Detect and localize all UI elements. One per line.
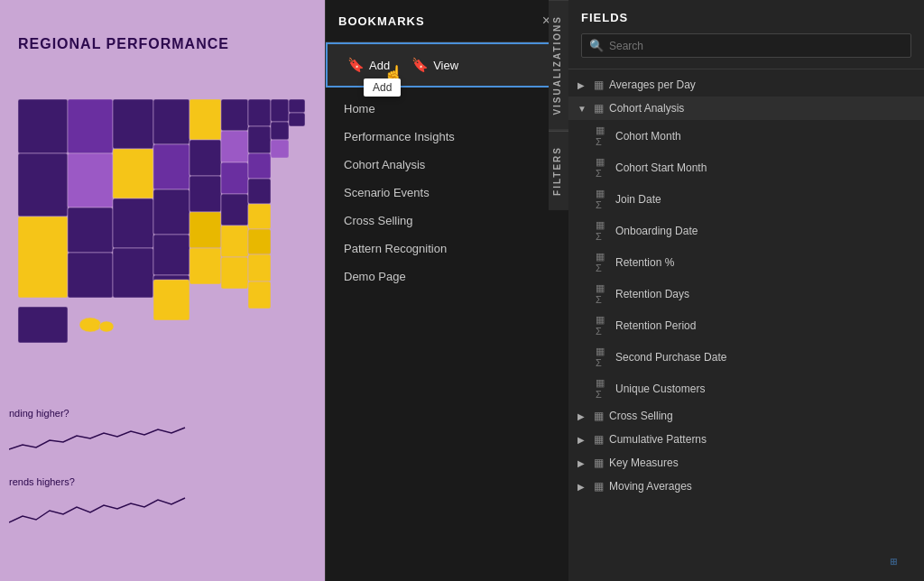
state-hi2 (99, 321, 114, 332)
field-group-cohort-header[interactable]: ▼ ▦ Cohort Analysis (568, 97, 924, 120)
state-ny (271, 99, 289, 122)
field-item-retention-days[interactable]: ▦ Σ Retention Days (568, 278, 924, 309)
field-group-cohort-name: Cohort Analysis (609, 102, 684, 115)
state-nj (289, 113, 305, 126)
field-group-key-measures-name: Key Measures (609, 456, 679, 469)
field-item-cohort-start-month[interactable]: ▦ Σ Cohort Start Month (568, 152, 924, 183)
fields-panel: FIELDS 🔍 ▶ ▦ Averages per Day ▼ ▦ Cohort… (568, 0, 924, 581)
table-icon-cohort: ▦ (594, 102, 604, 115)
table-icon-averages: ▦ (594, 78, 604, 91)
field-group-cumulative-name: Cumulative Patterns (609, 433, 707, 446)
state-ca (18, 217, 68, 298)
state-mt (113, 99, 153, 149)
filters-tab[interactable]: FILTERS (549, 131, 568, 210)
chevron-right-icon-key: ▶ (578, 458, 588, 468)
state-al (221, 257, 248, 289)
chevron-right-icon: ▶ (578, 80, 588, 90)
bookmarks-title: BOOKMARKS (338, 14, 425, 28)
field-item-second-purchase[interactable]: ▦ Σ Second Purchase Date (568, 341, 924, 373)
field-group-key-measures-header[interactable]: ▶ ▦ Key Measures (568, 451, 924, 475)
bookmark-item-demo-page[interactable]: Demo Page (326, 263, 568, 290)
table-icon-cumulative: ▦ (594, 433, 604, 446)
field-item-retention-period[interactable]: ▦ Σ Retention Period (568, 309, 924, 341)
state-ne-small (289, 99, 305, 113)
state-ia (189, 140, 221, 176)
bookmark-item-scenario-events[interactable]: Scenario Events (326, 179, 568, 207)
state-ga (248, 254, 271, 281)
bookmark-add-icon: 🔖 (347, 57, 365, 73)
bottom-charts: nding higher? rends highers? (9, 408, 316, 545)
field-item-cohort-month[interactable]: ▦ Σ Cohort Month (568, 120, 924, 152)
field-group-moving-averages: ▶ ▦ Moving Averages (568, 475, 924, 498)
field-onboarding-date: Onboarding Date (615, 225, 698, 237)
sparkline-1 (9, 422, 189, 458)
table-icon-cross: ▦ (594, 410, 604, 422)
bookmark-item-pattern-recognition[interactable]: Pattern Recognition (326, 235, 568, 263)
bookmarks-header: BOOKMARKS × (326, 0, 568, 42)
sparkline-2 (9, 491, 189, 527)
field-item-onboarding-date[interactable]: ▦ Σ Onboarding Date (568, 215, 924, 246)
sigma-icon-retention-days: ▦ Σ (596, 282, 610, 305)
field-group-cross-selling-header[interactable]: ▶ ▦ Cross Selling (568, 404, 924, 428)
field-item-unique-customers[interactable]: ▦ Σ Unique Customers (568, 373, 924, 404)
bookmark-item-performance-insights[interactable]: Performance Insights (326, 123, 568, 151)
sigma-icon-join-date: ▦ Σ (596, 188, 610, 210)
field-group-averages-per-day: ▶ ▦ Averages per Day (568, 73, 924, 97)
fields-search-input[interactable] (609, 40, 903, 52)
table-icon-key: ▦ (594, 456, 604, 469)
state-ak (18, 307, 68, 343)
state-tx (153, 280, 189, 320)
bookmark-item-home[interactable]: Home (326, 95, 568, 123)
field-group-averages-name: Averages per Day (609, 78, 696, 91)
us-map (9, 72, 316, 361)
svg-text:⊞: ⊞ (890, 557, 897, 567)
fields-search-container[interactable]: 🔍 (581, 33, 911, 58)
state-nc (248, 204, 271, 229)
bookmark-item-cohort-analysis[interactable]: Cohort Analysis (326, 151, 568, 179)
chart-label-2: rends highers? (9, 476, 316, 487)
state-ut (68, 208, 113, 253)
field-group-moving-averages-header[interactable]: ▶ ▦ Moving Averages (568, 475, 924, 498)
state-hi (79, 318, 101, 332)
sigma-icon-cohort-start: ▦ Σ (596, 156, 610, 179)
side-tabs: VISUALIZATIONS FILTERS (549, 0, 568, 581)
state-az (68, 253, 113, 298)
bookmark-item-cross-selling[interactable]: Cross Selling (326, 207, 568, 235)
state-la (189, 248, 221, 284)
state-ms (221, 226, 248, 257)
field-retention-period: Retention Period (615, 319, 696, 332)
state-nm (113, 248, 153, 298)
field-item-retention-pct[interactable]: ▦ Σ Retention % (568, 246, 924, 278)
bookmarks-panel: BOOKMARKS × 🔖 Add 🔖 View ☝ Add Home Perf… (325, 0, 568, 581)
bookmark-view-icon: 🔖 (411, 57, 429, 73)
state-ar (189, 212, 221, 248)
state-mo (189, 176, 221, 212)
field-item-join-date[interactable]: ▦ Σ Join Date (568, 183, 924, 215)
state-or (18, 153, 68, 217)
field-group-averages-header[interactable]: ▶ ▦ Averages per Day (568, 73, 924, 97)
state-nv (68, 153, 113, 208)
bookmark-add-button[interactable]: 🔖 Add (340, 53, 397, 77)
bookmark-view-button[interactable]: 🔖 View (404, 53, 466, 77)
state-ky (221, 162, 248, 194)
state-oh (248, 126, 271, 153)
watermark: ⊞ (890, 552, 917, 574)
sigma-icon-second-purchase: ▦ Σ (596, 346, 610, 368)
state-wy (113, 149, 153, 198)
sigma-icon-retention-pct: ▦ Σ (596, 251, 610, 273)
field-group-cross-selling: ▶ ▦ Cross Selling (568, 404, 924, 428)
sigma-icon-onboarding: ▦ Σ (596, 219, 610, 242)
state-tn (221, 194, 248, 226)
fields-header: FIELDS 🔍 (568, 0, 924, 69)
state-id (68, 99, 113, 153)
field-group-cumulative-header[interactable]: ▶ ▦ Cumulative Patterns (568, 428, 924, 451)
state-wi (221, 99, 248, 131)
watermark-logo: ⊞ (890, 552, 917, 570)
visualizations-tab[interactable]: VISUALIZATIONS (549, 0, 568, 131)
state-pa (271, 122, 289, 140)
add-button-label: Add (369, 59, 390, 72)
field-join-date: Join Date (615, 193, 661, 206)
sigma-icon-cohort-month: ▦ Σ (596, 124, 610, 147)
state-sc (248, 229, 271, 254)
chevron-right-icon-moving: ▶ (578, 482, 588, 492)
